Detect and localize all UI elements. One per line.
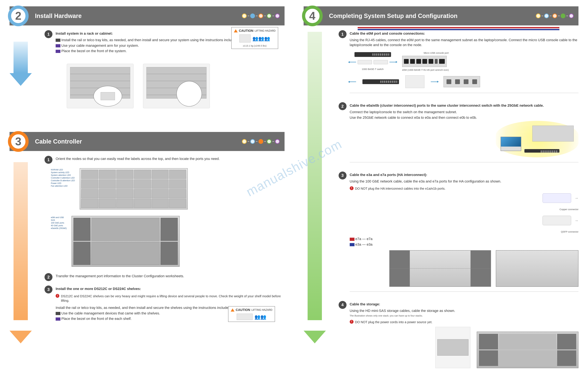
chassis-lock-illustration	[67, 64, 133, 108]
mgmt-switch-top	[355, 52, 391, 57]
chassis-secure-illustration	[143, 64, 210, 108]
substep-4-2-body2: Use the 25GbE network cable to connect e…	[350, 115, 579, 120]
substep-4-1-heading: Cable the e0M port and console connectio…	[350, 31, 579, 36]
chassis-rear-view	[72, 216, 180, 267]
rear-port-legend: e0M and USB SAS 100 GbE ports 40 GbE por…	[51, 216, 67, 267]
substep-4-2-body1: Connect the laptop/console to the switch…	[350, 110, 579, 115]
ha-cabling-rear-a	[389, 250, 491, 287]
usb-console-legend: Micro USB console port	[402, 51, 449, 55]
orange-arrow	[10, 162, 32, 343]
pull-arrow-2: →	[574, 218, 578, 223]
e0m-port-block	[402, 56, 447, 67]
caution-icon-2	[231, 308, 234, 312]
pull-arrow-1: →	[574, 195, 578, 201]
substep-4-3-body: Using the 100 GbE network cable, cable t…	[350, 179, 579, 184]
substep-3-1-num: 1	[44, 156, 52, 164]
substep-3-3-heading: Install the one or more DS212C or DS224C…	[56, 286, 285, 291]
progress-dots-4	[536, 14, 574, 18]
qsfp-connector	[543, 216, 571, 225]
sas-stack-note: The illustration shows only one stack; y…	[350, 314, 579, 317]
controller-mini	[532, 126, 574, 142]
caution-weight: ≥113.1 kg (≥249.5 lbs)	[243, 44, 267, 47]
shelf-icon	[237, 314, 252, 320]
switch-legend-1000: 1000 BASE-T switch	[362, 67, 384, 71]
seg-red	[350, 238, 355, 241]
section-3-title: Cable Controller	[35, 138, 82, 145]
substep-4-3-num: 3	[338, 171, 347, 179]
caution-sublabel: LIFTING HAZARD	[255, 29, 276, 32]
alert-icon-3: !	[350, 320, 354, 324]
mgmt-cable-diagram: 1000 BASE-T switch Micro USB console por…	[350, 51, 579, 72]
caution-label: CAUTION	[239, 29, 253, 33]
step-2-circle: 2	[8, 6, 29, 26]
progress-dots-3	[242, 139, 280, 144]
laptop-icon	[501, 137, 521, 151]
seg-dark	[56, 39, 60, 42]
sas-cabling-rear	[477, 332, 578, 368]
seg-purple-3	[56, 318, 60, 321]
copper-legend: Copper connector	[560, 208, 578, 211]
front-led-legend: NVRAM LED System activity LED System att…	[51, 168, 75, 210]
seg-purple-2	[56, 50, 60, 53]
caution-box-lift-2: CAUTION LIFTING HAZARD 👥👥	[228, 306, 275, 322]
caution-box-lift-1: CAUTION LIFTING HAZARD 👥👥👥 ≥113.1 kg (≥2…	[231, 27, 278, 49]
substep-2-1-num: 1	[44, 30, 52, 38]
chassis-front-view	[80, 168, 188, 210]
qsfp-legend: QSFP connector	[561, 230, 578, 233]
seg-blue	[350, 243, 355, 246]
substep-4-1-num: 1	[338, 30, 347, 38]
step-3-number: 3	[15, 135, 21, 148]
section-2-title: Install Hardware	[35, 13, 82, 19]
section-4-bar: 4 Completing System Setup and Configurat…	[304, 6, 579, 25]
substep-4-2-num: 2	[338, 102, 347, 110]
cluster-cable-diagram	[350, 75, 579, 88]
substep-3-1-heading: Orient the nodes so that you can easily …	[56, 156, 285, 161]
ha-cabling-rear-b	[496, 250, 578, 287]
section-2-bar: 2 Install Hardware	[10, 6, 285, 25]
blue-arrow	[10, 32, 32, 86]
substep-4-2-heading: Cable the e0a/e0b (cluster interconnect)…	[350, 103, 579, 108]
substep-3-2-heading: Transfer the management port information…	[56, 274, 285, 279]
sas-stack-illustration	[435, 327, 470, 368]
seg-purple-text: Use your cable management arm for your s…	[61, 43, 139, 47]
mgmt-switch-mini	[525, 149, 559, 153]
substep-3-3-num: 3	[44, 285, 52, 294]
ha-port-alert: ! DO NOT plug the HA interconnect cables…	[350, 186, 579, 191]
25gbe-port-block	[443, 76, 480, 87]
step-2-number: 2	[15, 10, 21, 22]
seg-purple-2-text: Place the bezel on the front of the syst…	[61, 49, 127, 53]
alert-icon-2: !	[350, 186, 354, 190]
step-4-circle: 4	[302, 6, 323, 26]
seg-dark-3	[56, 312, 60, 315]
substep-4-3-heading: Cable the e3a and e7a ports (HA intercon…	[350, 172, 579, 177]
shelf-weight-alert: ! DS212C and DS224C shelves can be very …	[56, 294, 285, 303]
section-3-bar: 3 Cable Controller	[10, 132, 285, 151]
seg-purple	[56, 44, 60, 47]
caution-icon	[234, 29, 238, 32]
substep-4-4-heading: Cable the storage:	[350, 302, 579, 307]
chassis-icon	[239, 35, 251, 42]
section-4-title: Completing System Setup and Configuratio…	[329, 13, 458, 19]
laptop-switch-diagram	[496, 121, 578, 157]
green-arrow	[304, 32, 326, 343]
step-4-number: 4	[309, 10, 315, 22]
optical-cable-icon	[405, 75, 424, 88]
substep-4-4-body: Using the HD mini-SAS storage cables, ca…	[350, 308, 579, 313]
alert-icon: !	[56, 294, 59, 298]
lift-people-icon: 👥👥👥	[252, 36, 270, 41]
rj45-cable-icon-2	[374, 60, 388, 64]
lift-people-icon-2: 👥👥	[254, 314, 266, 320]
copper-connector	[543, 193, 571, 203]
power-alert: ! DO NOT plug the power cords into a pow…	[350, 320, 579, 324]
substep-4-1-body: Using the RJ-45 cables, connect the e0M …	[350, 38, 579, 47]
e0m-port-legend: e0M (1000 BASE-T RJ-45 port wrench icon)	[402, 68, 449, 72]
seg-dark-text: Install the rail or telco tray kits, as …	[61, 38, 256, 42]
cluster-switch	[362, 79, 399, 84]
install-illustration-row	[67, 64, 285, 108]
progress-dots-2	[242, 14, 280, 18]
rj45-cable-icon	[358, 60, 372, 64]
substep-4-4-num: 4	[338, 301, 347, 309]
substep-3-2-num: 2	[44, 273, 52, 281]
step-3-circle: 3	[8, 131, 29, 152]
